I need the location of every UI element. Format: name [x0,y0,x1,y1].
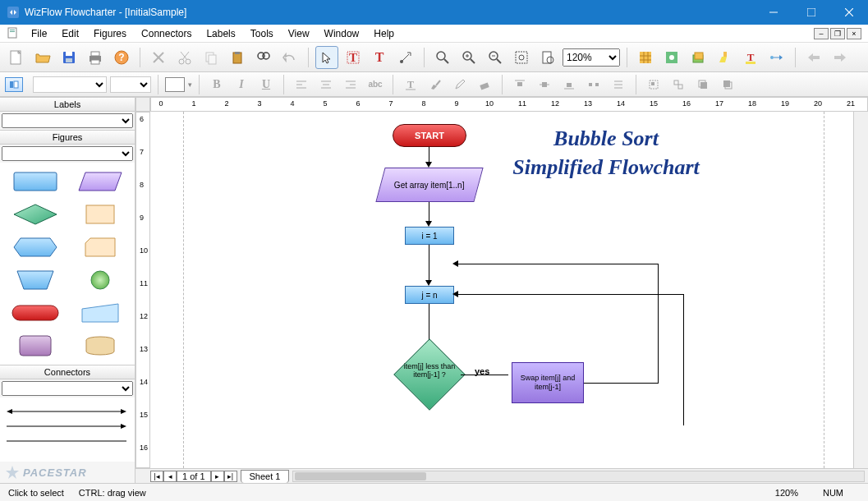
valign-top-button[interactable] [509,75,530,94]
valign-mid-button[interactable] [534,75,555,94]
mdi-close[interactable]: × [847,28,861,39]
connector-arrow[interactable] [5,419,130,434]
connectors-select[interactable] [2,381,134,396]
decision-node[interactable]: item[j] less than item[j-1] ? [393,338,466,411]
brush-button[interactable] [425,75,446,94]
flowchart-title[interactable]: Bubble Sort Simplified Flowchart [512,124,700,182]
nav-back-button[interactable] [802,46,825,69]
help-button[interactable]: ? [110,46,133,69]
grid-button[interactable] [634,46,657,69]
nav-forward-button[interactable] [829,46,852,69]
figure-rect[interactable] [70,200,130,228]
figure-database[interactable] [70,332,130,360]
labels-panel-header[interactable]: Labels [0,97,135,112]
zoom-in-button[interactable] [457,46,480,69]
ungroup-button[interactable] [668,75,689,94]
menu-figures[interactable]: Figures [87,26,133,41]
connector-double-arrow[interactable] [5,404,130,419]
figure-card[interactable] [70,233,130,261]
horizontal-ruler[interactable]: 0 1 2 3 4 5 6 7 8 9 10 11 12 13 14 15 16… [150,97,868,112]
underline-button[interactable]: U [255,75,277,94]
figure-data[interactable] [70,168,130,195]
layers-button[interactable] [687,46,710,69]
figure-connector-circle[interactable] [70,266,130,294]
menu-tools[interactable]: Tools [244,26,280,41]
front-button[interactable] [692,75,714,94]
valign-bot-button[interactable] [558,75,580,94]
labels-select[interactable] [2,113,134,128]
swap-node[interactable]: Swap item[j] and item[j-1] [512,362,584,403]
page-last[interactable]: ▸| [224,471,237,482]
undo-button[interactable] [278,46,301,69]
italic-button[interactable]: I [231,75,252,94]
connectors-panel-header[interactable]: Connectors [0,365,135,379]
pen-button[interactable] [449,75,471,94]
mdi-minimize[interactable]: – [814,28,829,39]
open-button[interactable] [31,46,54,69]
fill-color[interactable] [165,77,185,92]
init-i-node[interactable]: i = 1 [405,227,454,245]
print-button[interactable] [84,46,107,69]
menu-file[interactable]: File [25,26,53,41]
style-select[interactable] [33,76,107,93]
copy-button[interactable] [200,46,223,69]
text-tool[interactable]: T [342,46,365,69]
menu-labels[interactable]: Labels [200,26,241,41]
eraser-button[interactable] [474,75,495,94]
size-select[interactable] [110,76,151,93]
zoom-tool[interactable] [431,46,454,69]
zoom-page-button[interactable] [536,46,559,69]
align-right-button[interactable] [340,75,361,94]
input-node[interactable]: Get array item[1..n] [375,168,483,202]
figure-manual[interactable] [5,266,65,294]
group-button[interactable] [643,75,664,94]
zoom-fit-button[interactable] [510,46,533,69]
close-button[interactable] [830,0,868,25]
figure-decision[interactable] [5,200,65,228]
sheet-tab[interactable]: Sheet 1 [241,470,290,483]
page-first[interactable]: |◂ [150,471,163,482]
vertical-ruler[interactable]: 6 7 8 9 10 11 12 13 14 15 16 [135,112,150,468]
zoom-select[interactable]: 120% [563,48,620,67]
figure-terminator[interactable] [5,299,65,327]
vertical-scrollbar[interactable] [853,112,868,468]
figures-select[interactable] [2,146,134,161]
new-button[interactable] [5,46,28,69]
back-button[interactable] [717,75,738,94]
figure-display[interactable] [5,332,65,360]
menu-window[interactable]: Window [318,26,366,41]
save-button[interactable] [57,46,80,69]
spacing-button[interactable] [608,75,629,94]
menu-help[interactable]: Help [367,26,401,41]
bold-button[interactable]: B [206,75,227,94]
connector-line[interactable] [5,434,130,448]
delete-button[interactable] [147,46,170,69]
align-left-button[interactable] [291,75,312,94]
figure-prep[interactable] [5,233,65,261]
pointer-tool[interactable] [315,46,338,69]
horizontal-scrollbar[interactable] [292,471,865,482]
menu-view[interactable]: View [282,26,316,41]
figure-manual-input[interactable] [70,299,130,327]
text-case-button[interactable]: abc [365,75,386,94]
start-node[interactable]: START [393,124,466,147]
menu-connectors[interactable]: Connectors [135,26,198,41]
menu-edit[interactable]: Edit [55,26,85,41]
snap-button[interactable] [660,46,683,69]
figures-panel-header[interactable]: Figures [0,130,135,145]
init-j-node[interactable]: j = n [405,286,454,304]
figure-process[interactable] [5,168,65,195]
text-color-button[interactable]: T [739,46,762,69]
paste-button[interactable] [226,46,249,69]
text-label-tool[interactable]: T [368,46,391,69]
highlight-button[interactable] [713,46,736,69]
align-center-button[interactable] [315,75,337,94]
cut-button[interactable] [173,46,196,69]
distribute-button[interactable] [583,75,604,94]
flow-button[interactable] [765,46,788,69]
panel-toggle[interactable] [5,77,23,92]
text-effect-button[interactable]: T [400,75,421,94]
canvas[interactable]: Bubble Sort Simplified Flowchart START G… [150,112,853,468]
minimize-button[interactable] [755,0,792,25]
page-next[interactable]: ▸ [211,471,224,482]
